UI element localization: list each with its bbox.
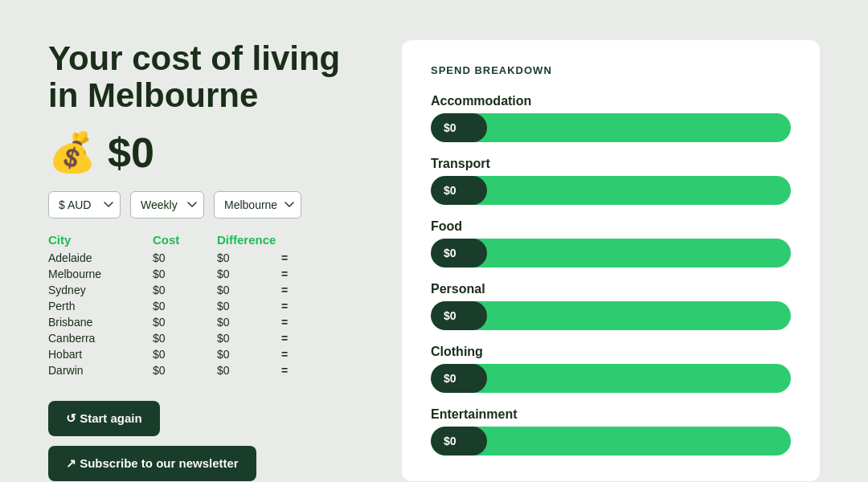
currency-dropdown[interactable]: $ AUD $ USD € EUR £ GBP [48,191,121,219]
city-cost: $0 [153,316,217,329]
bar-value-pill: $0 [431,427,487,455]
city-name: Brisbane [48,316,153,329]
frequency-dropdown[interactable]: Weekly Monthly Yearly [130,191,204,219]
city-cost: $0 [153,364,217,377]
total-cost-row: 💰 $0 [48,129,378,177]
category-block: Transport$0 [431,157,791,205]
main-container: Your cost of living in Melbourne 💰 $0 $ … [16,16,852,482]
category-label: Accommodation [431,94,791,108]
city-name: Melbourne [48,268,153,280]
category-block: Entertainment$0 [431,407,791,455]
col-diff-header: Difference [217,233,281,247]
equals-icon: = [281,364,305,377]
city-cost: $0 [153,300,217,312]
col-city-header: City [48,233,153,247]
dropdowns-row: $ AUD $ USD € EUR £ GBP Weekly Monthly Y… [48,191,378,219]
category-block: Personal$0 [431,282,791,330]
city-name: Perth [48,300,153,312]
category-block: Accommodation$0 [431,94,791,142]
city-cost: $0 [153,348,217,361]
city-cost: $0 [153,332,217,345]
city-diff: $0 [217,300,281,312]
city-diff: $0 [217,364,281,377]
start-again-button[interactable]: ↺ Start again [48,401,160,436]
bar-container: $0 [431,364,791,393]
city-diff: $0 [217,332,281,345]
city-diff: $0 [217,284,281,296]
equals-icon: = [281,300,305,312]
city-diff: $0 [217,251,281,264]
table-row: Brisbane $0 $0 = [48,314,378,330]
category-label: Entertainment [431,407,791,422]
equals-icon: = [281,268,305,280]
table-row: Darwin $0 $0 = [48,362,378,378]
right-panel: SPEND BREAKDOWN Accommodation$0Transport… [402,40,820,481]
city-diff: $0 [217,316,281,329]
city-cost: $0 [153,268,217,280]
equals-icon: = [281,316,305,329]
city-name: Darwin [48,364,153,377]
city-name: Sydney [48,284,153,296]
category-block: Clothing$0 [431,345,791,393]
comparison-table: City Cost Difference Adelaide $0 $0 = Me… [48,233,378,378]
equals-icon: = [281,284,305,296]
table-header: City Cost Difference [48,233,378,247]
spend-breakdown-title: SPEND BREAKDOWN [431,64,791,76]
page-title: Your cost of living in Melbourne [48,40,378,114]
bar-container: $0 [431,176,791,205]
city-name: Adelaide [48,251,153,264]
table-row: Melbourne $0 $0 = [48,266,378,282]
buttons-row: ↺ Start again ↗ Subscribe to our newslet… [48,401,378,481]
equals-icon: = [281,348,305,361]
city-diff: $0 [217,348,281,361]
subscribe-button[interactable]: ↗ Subscribe to our newsletter [48,446,256,481]
bar-value-pill: $0 [431,364,487,393]
bar-container: $0 [431,301,791,330]
table-row: Canberra $0 $0 = [48,330,378,346]
col-cost-header: Cost [153,233,217,247]
bar-container: $0 [431,239,791,268]
bar-value-pill: $0 [431,301,487,330]
table-row: Perth $0 $0 = [48,298,378,314]
city-diff: $0 [217,268,281,280]
equals-icon: = [281,332,305,345]
table-rows-container: Adelaide $0 $0 = Melbourne $0 $0 = Sydne… [48,250,378,378]
bar-container: $0 [431,113,791,142]
categories-container: Accommodation$0Transport$0Food$0Personal… [431,94,791,455]
category-block: Food$0 [431,219,791,268]
table-row: Adelaide $0 $0 = [48,250,378,266]
category-label: Food [431,219,791,234]
table-row: Sydney $0 $0 = [48,282,378,298]
city-name: Canberra [48,332,153,345]
city-cost: $0 [153,251,217,264]
equals-icon: = [281,251,305,264]
total-amount: $0 [108,129,154,177]
left-panel: Your cost of living in Melbourne 💰 $0 $ … [48,40,402,481]
category-label: Transport [431,157,791,171]
city-dropdown[interactable]: Melbourne Sydney Brisbane Perth Adelaide… [214,191,301,219]
bar-value-pill: $0 [431,239,487,268]
city-name: Hobart [48,348,153,361]
city-cost: $0 [153,284,217,296]
bar-value-pill: $0 [431,113,487,142]
table-row: Hobart $0 $0 = [48,346,378,362]
money-bag-icon: 💰 [48,130,96,175]
bar-container: $0 [431,427,791,455]
bar-value-pill: $0 [431,176,487,205]
category-label: Clothing [431,345,791,359]
category-label: Personal [431,282,791,296]
